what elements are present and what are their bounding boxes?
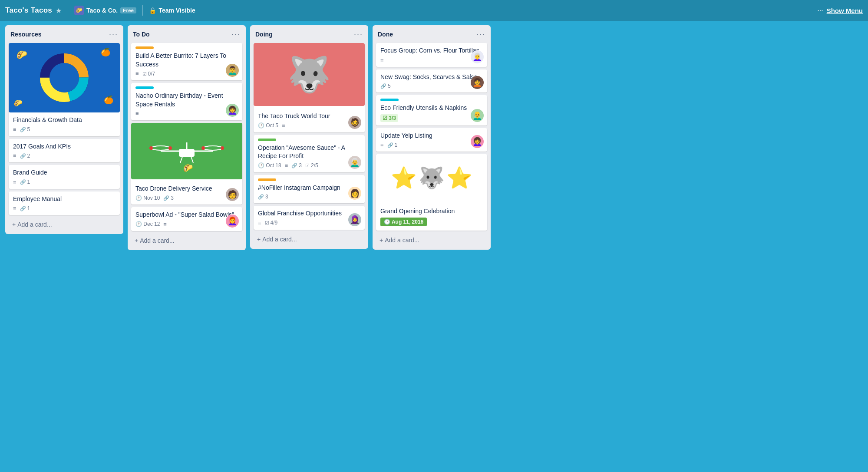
- add-card-done[interactable]: + Add a card...: [376, 234, 487, 246]
- card-focus-group[interactable]: Focus Group: Corn vs. Flour Tortillas 👩‍…: [376, 43, 487, 67]
- taco-truck-body: The Taco Truck World Tour 🕐 Oct 5 🧔: [254, 109, 365, 132]
- grand-opening-meta: 🕐 Aug 11, 2016: [380, 218, 483, 226]
- star-icon[interactable]: ★: [56, 7, 62, 15]
- column-menu-todo[interactable]: ···: [231, 30, 241, 39]
- avatar-eco: 👨‍🦲: [471, 109, 484, 122]
- card-taco-truck[interactable]: 🐺 The Taco Truck World Tour 🕐 Oct 5 🧔: [254, 43, 365, 132]
- avatar-taco-truck: 🧔: [348, 116, 361, 129]
- card-franchise[interactable]: Global Franchise Opportunities 4/9 🧕: [254, 206, 365, 230]
- lines-icon: [258, 220, 261, 226]
- column-title-todo: To Do: [133, 31, 150, 38]
- card-goals[interactable]: 2017 Goals And KPIs 2: [9, 139, 120, 163]
- card-eco[interactable]: Eco Friendly Utensils & Napkins ☑ 3/3 👨‍…: [376, 95, 487, 125]
- brand-meta: 1: [13, 179, 116, 185]
- card-instagram[interactable]: #NoFiller Instagram Campaign 3 👩: [254, 175, 365, 204]
- card-burrito[interactable]: Build A Better Burrito: 7 Layers To Succ…: [131, 43, 242, 80]
- label-bar-cyan: [135, 86, 154, 89]
- card-drone[interactable]: 🌮 Taco Drone Delivery Service 🕐 Nov 10 3…: [131, 123, 242, 205]
- add-card-label: Add a card...: [385, 237, 419, 244]
- financials-image: 🌮 🍊 🍊 🌮: [9, 43, 120, 112]
- attach-count: 5: [380, 83, 391, 89]
- show-menu-button[interactable]: Show Menu: [827, 7, 863, 14]
- add-card-doing[interactable]: + Add a card...: [254, 233, 365, 245]
- svg-point-7: [151, 146, 170, 150]
- board: Resources ··· 🌮 🍊 🍊 🌮 Financials: [0, 21, 868, 254]
- card-grand-opening[interactable]: ⭐ 🐺 ⭐ Grand Opening Celebration 🕐 Aug 11…: [376, 154, 487, 231]
- svg-point-13: [149, 146, 153, 150]
- column-menu-done[interactable]: ···: [476, 30, 485, 39]
- column-menu-resources[interactable]: ···: [109, 30, 118, 39]
- clock-date: 🕐 Nov 10: [135, 195, 160, 201]
- attach-count: 1: [20, 179, 30, 185]
- focus-group-meta: [380, 57, 483, 63]
- header-right: ··· Show Menu: [817, 7, 863, 14]
- column-todo: To Do ··· Build A Better Burrito: 7 Laye…: [128, 25, 246, 250]
- manual-meta: 1: [13, 205, 116, 211]
- svg-point-16: [221, 146, 224, 150]
- card-nacho[interactable]: Nacho Ordinary Birthday - Event Space Re…: [131, 83, 242, 120]
- attach-count: 1: [20, 205, 30, 211]
- financials-title: Financials & Growth Data: [13, 116, 116, 125]
- avatar-focus-group: 👩‍🦳: [471, 50, 484, 63]
- workspace-name: Taco & Co.: [86, 7, 118, 14]
- brand-title: Brand Guide: [13, 168, 116, 177]
- column-header-todo: To Do ···: [131, 29, 242, 40]
- lines-icon: [135, 110, 139, 117]
- label-bar-green: [258, 139, 276, 141]
- avatar-awesome-sauce: 👨‍🦳: [348, 156, 361, 169]
- column-menu-doing[interactable]: ···: [354, 30, 363, 39]
- workspace-icon: 🌮: [74, 6, 84, 15]
- column-header-resources: Resources ···: [9, 29, 120, 40]
- husky-icon: 🐺: [419, 166, 445, 190]
- franchise-meta: 4/9: [258, 220, 360, 226]
- free-badge: Free: [120, 7, 136, 13]
- grand-opening-body: Grand Opening Celebration 🕐 Aug 11, 2016: [376, 205, 487, 231]
- attach-count: 3: [163, 195, 174, 201]
- add-card-todo[interactable]: + Add a card...: [131, 234, 242, 247]
- svg-point-8: [203, 146, 222, 150]
- add-card-resources[interactable]: + Add a card...: [9, 218, 120, 231]
- card-awesome-sauce[interactable]: Operation "Awesome Sauce" - A Recipe For…: [254, 135, 365, 172]
- card-brand[interactable]: Brand Guide 1: [9, 165, 120, 189]
- yelp-meta: 1: [380, 142, 483, 148]
- attach-count: 2: [20, 153, 30, 159]
- add-card-label: Add a card...: [140, 237, 174, 244]
- svg-rect-9: [179, 149, 195, 157]
- star-right: ⭐: [446, 166, 472, 190]
- column-done: Done ··· Focus Group: Corn vs. Flour Tor…: [373, 25, 491, 250]
- lines-icon: [163, 221, 167, 228]
- avatar-franchise: 🧕: [348, 213, 361, 226]
- focus-group-title: Focus Group: Corn vs. Flour Tortillas: [380, 46, 483, 55]
- attach-count: 3: [258, 194, 268, 200]
- check-count: 0/7: [142, 71, 155, 77]
- check-count: 4/9: [265, 220, 278, 226]
- label-bar-orange: [135, 46, 154, 49]
- attach-count: 1: [387, 142, 398, 148]
- column-resources: Resources ··· 🌮 🍊 🍊 🌮 Financials: [5, 25, 123, 234]
- visibility-label: Team Visible: [158, 7, 195, 14]
- taco-truck-title: The Taco Truck World Tour: [258, 112, 360, 121]
- column-header-doing: Doing ···: [254, 29, 365, 40]
- column-doing: Doing ··· 🐺 The Taco Truck World Tour 🕐 …: [250, 25, 368, 249]
- financials-card-body: Financials & Growth Data 5: [9, 112, 120, 136]
- clock-date: 🕐 Dec 12: [135, 221, 160, 227]
- svg-line-11: [191, 157, 193, 163]
- taco-truck-meta: 🕐 Oct 5: [258, 122, 360, 129]
- visibility-info[interactable]: 🔒 Team Visible: [149, 7, 195, 14]
- swag-meta: 5: [380, 83, 483, 89]
- header-divider: [68, 5, 68, 16]
- grand-opening-title: Grand Opening Celebration: [380, 207, 483, 216]
- card-manual[interactable]: Employee Manual 1: [9, 191, 120, 215]
- plus-icon: +: [257, 236, 261, 243]
- eco-meta: ☑ 3/3: [380, 114, 483, 122]
- header-divider-2: [142, 5, 143, 16]
- label-bar-orange: [258, 178, 276, 181]
- card-swag[interactable]: New Swag: Socks, Scarves & Salsa 5 🧑‍🦱: [376, 69, 487, 93]
- drone-card-body: Taco Drone Delivery Service 🕐 Nov 10 3 🧑: [131, 182, 242, 205]
- card-financials[interactable]: 🌮 🍊 🍊 🌮 Financials & Growth Data 5: [9, 43, 120, 136]
- instagram-meta: 3: [258, 194, 360, 200]
- workspace-info[interactable]: 🌮 Taco & Co. Free: [74, 6, 136, 15]
- card-yelp[interactable]: Update Yelp Listing 1 👩‍🦱: [376, 128, 487, 152]
- clock-date: 🕐 Oct 18: [258, 162, 281, 168]
- card-superbowl[interactable]: Superbowl Ad - "Super Salad Bowls" 🕐 Dec…: [131, 207, 242, 231]
